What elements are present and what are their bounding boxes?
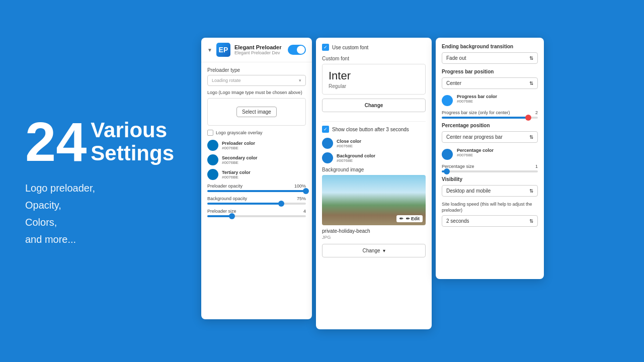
preloader-size-slider[interactable] — [207, 215, 306, 217]
preloader-color-row: Preloader color #0076BE — [207, 140, 306, 151]
tertiary-color-swatch[interactable] — [207, 169, 218, 180]
edit-badge[interactable]: ✏ ✏ Edit — [396, 215, 423, 222]
edit-icon: ✏ — [399, 216, 404, 221]
preloader-size-section: Preloader size 4 — [207, 209, 306, 217]
select-arrow-icon: ⇅ — [529, 218, 533, 224]
panels-container: ▼ EP Elegant Preloader Elegant Preloader… — [201, 33, 544, 329]
use-custom-font-row: ✓ Use custom font — [322, 44, 426, 51]
logo-grayscale-checkbox[interactable] — [207, 130, 213, 136]
bg-color-swatch[interactable] — [322, 152, 333, 163]
change-font-button[interactable]: Change — [322, 99, 426, 112]
progress-size-section: Progress bar size (only for center) 2 — [442, 110, 538, 119]
progress-color-swatch[interactable] — [442, 95, 453, 106]
big-number: 24 — [25, 114, 87, 169]
bg-opacity-section: Background opacity 75% — [207, 196, 306, 205]
title-text: Various Settings — [91, 119, 174, 165]
panel-preloader-settings: ▼ EP Elegant Preloader Elegant Preloader… — [201, 38, 312, 319]
progress-pos-select[interactable]: Center ⇅ — [442, 77, 538, 89]
plugin-info: Elegant Preloader Elegant Preloader Dev — [234, 44, 284, 55]
pct-pos-select[interactable]: Center near progress bar ⇅ — [442, 131, 538, 143]
select-arrow-icon: ⇅ — [529, 80, 533, 86]
visibility-select[interactable]: Desktop and mobile ⇅ — [442, 185, 538, 197]
pct-color-swatch[interactable] — [442, 149, 453, 160]
pct-size-slider[interactable] — [442, 170, 538, 172]
plugin-icon: EP — [216, 43, 230, 57]
logo-grayscale-row: Logo grayscale overlay — [207, 130, 306, 136]
plugin-toggle[interactable] — [288, 45, 306, 55]
pct-size-section: Percentage size 1 — [442, 164, 538, 172]
collapse-arrow-icon[interactable]: ▼ — [207, 47, 212, 53]
bg-color-row: Background color #00768E — [322, 152, 426, 163]
bg-image-thumbnail: ✏ ✏ Edit — [322, 175, 426, 225]
change-image-button[interactable]: Change ▾ — [322, 244, 426, 257]
left-section: 24 Various Settings Logo preloader, Opac… — [0, 94, 201, 268]
panel-progress-settings: Ending background transition Fade out ⇅ … — [436, 38, 544, 279]
title-row: 24 Various Settings — [25, 114, 176, 169]
dropdown-arrow-icon: ▾ — [383, 248, 385, 253]
select-image-button[interactable]: Select image — [236, 107, 277, 117]
preloader-opacity-section: Preloader opacity 100% — [207, 184, 306, 192]
secondary-color-row: Secondary color #0076BE — [207, 154, 306, 165]
panel-header: ▼ EP Elegant Preloader Elegant Preloader… — [201, 38, 312, 62]
show-close-row: ✓ Show close button after 3 seconds — [322, 126, 426, 133]
site-speed-select[interactable]: 2 seconds ⇅ — [442, 215, 538, 227]
pct-color-row: Percentage color #00768E — [442, 148, 538, 160]
progress-color-row: Progress bar color #00768E — [442, 94, 538, 106]
progress-size-slider[interactable] — [442, 117, 538, 119]
font-display: Inter Regular — [322, 64, 426, 95]
close-color-swatch[interactable] — [322, 138, 333, 149]
bg-opacity-slider[interactable] — [207, 203, 306, 205]
preloader-color-swatch[interactable] — [207, 140, 218, 151]
ending-bg-select[interactable]: Fade out ⇅ — [442, 52, 538, 64]
select-arrow-icon: ⇅ — [529, 55, 533, 61]
divider — [322, 121, 426, 122]
use-custom-font-checkbox[interactable]: ✓ — [322, 44, 329, 51]
subtitle-list: Logo preloader, Opacity, Colors, and mor… — [25, 179, 176, 248]
image-select-box: Select image — [207, 98, 306, 126]
preloader-type-select[interactable]: Loading rotate ▾ — [207, 75, 306, 86]
tertiary-color-row: Tertiary color #0076BE — [207, 169, 306, 180]
select-arrow-icon: ⇅ — [529, 134, 533, 140]
show-close-checkbox[interactable]: ✓ — [322, 126, 329, 133]
panel-body: Preloader type Loading rotate ▾ Logo (Lo… — [201, 62, 312, 226]
panel-font-settings: ✓ Use custom font Custom font Inter Regu… — [316, 38, 432, 329]
select-arrow-icon: ⇅ — [529, 188, 533, 194]
secondary-color-swatch[interactable] — [207, 154, 218, 165]
close-color-row: Close color #00768E — [322, 138, 426, 149]
preloader-opacity-slider[interactable] — [207, 190, 306, 192]
